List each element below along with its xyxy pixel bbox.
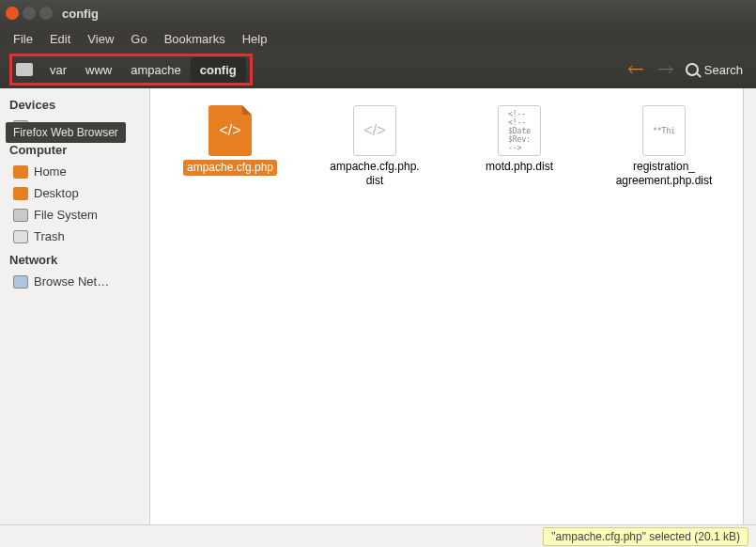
menubar: File Edit View Go Bookmarks Help xyxy=(0,26,756,51)
menu-file[interactable]: File xyxy=(6,29,40,49)
statusbar: "ampache.cfg.php" selected (20.1 kB) xyxy=(0,524,756,547)
status-text: "ampache.cfg.php" selected (20.1 kB) xyxy=(543,527,748,546)
breadcrumb-seg-var[interactable]: var xyxy=(40,57,76,83)
forward-icon[interactable]: 🡒 xyxy=(656,60,676,80)
code-file-icon: </> xyxy=(208,105,252,156)
file-item[interactable]: **Thi registration_ agreement.php.dist xyxy=(592,100,736,194)
sidebar-item-browse-network[interactable]: Browse Net… xyxy=(0,271,149,292)
sidebar-item-label: File System xyxy=(34,208,98,222)
breadcrumb-seg-ampache[interactable]: ampache xyxy=(121,57,190,83)
search-button[interactable]: Search xyxy=(686,63,743,77)
sidebar-heading-devices: Devices xyxy=(0,92,149,116)
network-icon xyxy=(13,275,28,289)
vertical-scrollbar[interactable] xyxy=(743,88,756,524)
file-item[interactable]: <!-- <!-- $Date $Rev: --> motd.php.dist xyxy=(447,100,592,194)
sidebar-item-label: Home xyxy=(34,164,67,179)
sidebar-item-trash[interactable]: Trash xyxy=(0,226,149,247)
back-icon[interactable]: 🡐 xyxy=(625,60,646,80)
text-file-icon: **Thi xyxy=(642,105,686,156)
desktop-icon xyxy=(13,187,28,200)
sidebar-item-home[interactable]: Home xyxy=(0,161,149,182)
sidebar: Devices floppy0 Computer Home Desktop Fi… xyxy=(0,88,150,524)
file-label: ampache.cfg.php. dist xyxy=(330,160,419,188)
sidebar-item-label: Trash xyxy=(34,229,65,243)
close-icon[interactable] xyxy=(6,7,19,20)
menu-help[interactable]: Help xyxy=(235,29,275,49)
sidebar-item-label: Browse Net… xyxy=(34,274,109,289)
drive-icon xyxy=(13,209,28,222)
home-icon xyxy=(13,165,28,179)
menu-edit[interactable]: Edit xyxy=(42,29,78,49)
file-label: ampache.cfg.php xyxy=(183,160,277,176)
window-titlebar: config xyxy=(0,0,756,26)
trash-icon xyxy=(13,230,28,243)
file-item[interactable]: </> ampache.cfg.php xyxy=(158,100,302,194)
window-title: config xyxy=(62,7,99,21)
window-controls xyxy=(6,7,53,20)
file-label: motd.php.dist xyxy=(486,160,553,174)
breadcrumb-seg-www[interactable]: www xyxy=(76,57,121,83)
toolbar-right: 🡐 🡒 Search xyxy=(625,60,750,80)
content-area: Devices floppy0 Computer Home Desktop Fi… xyxy=(0,88,756,524)
search-label: Search xyxy=(704,63,743,77)
file-label: registration_ agreement.php.dist xyxy=(616,160,713,188)
menu-bookmarks[interactable]: Bookmarks xyxy=(157,29,233,49)
menu-view[interactable]: View xyxy=(80,29,121,49)
code-file-icon: </> xyxy=(353,105,396,156)
tooltip: Firefox Web Browser xyxy=(6,122,126,143)
menu-go[interactable]: Go xyxy=(123,29,154,49)
file-item[interactable]: </> ampache.cfg.php. dist xyxy=(302,100,447,194)
maximize-icon[interactable] xyxy=(39,7,53,20)
text-file-icon: <!-- <!-- $Date $Rev: --> xyxy=(498,105,541,156)
minimize-icon[interactable] xyxy=(23,7,36,20)
toolbar: var www ampache config 🡐 🡒 Search xyxy=(0,51,756,88)
breadcrumb: var www ampache config xyxy=(9,54,253,86)
sidebar-item-desktop[interactable]: Desktop xyxy=(0,182,149,204)
breadcrumb-seg-config[interactable]: config xyxy=(191,57,246,83)
sidebar-item-filesystem[interactable]: File System xyxy=(0,204,149,226)
file-grid: </> ampache.cfg.php </> ampache.cfg.php.… xyxy=(150,88,756,205)
drive-icon[interactable] xyxy=(16,63,33,76)
search-icon xyxy=(686,63,699,76)
sidebar-heading-network: Network xyxy=(0,247,149,271)
file-pane[interactable]: </> ampache.cfg.php </> ampache.cfg.php.… xyxy=(150,88,756,524)
sidebar-item-label: Desktop xyxy=(34,186,79,200)
